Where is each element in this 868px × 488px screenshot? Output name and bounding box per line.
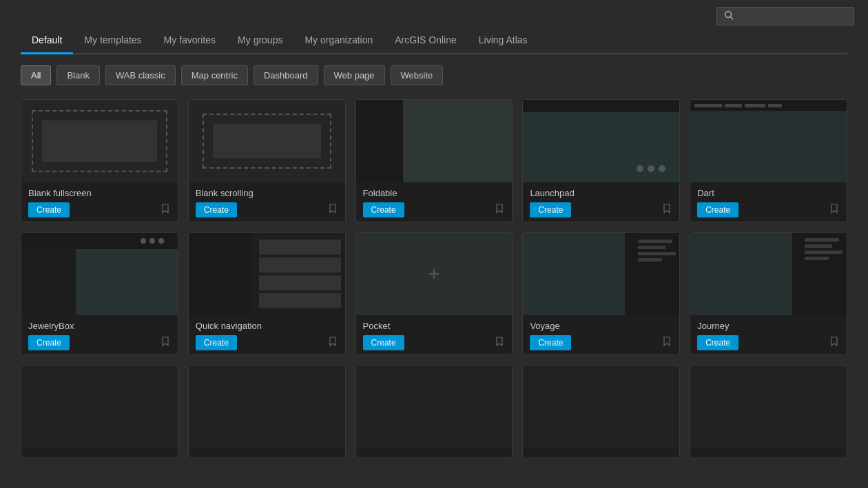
template-card-partial1	[21, 365, 178, 457]
template-thumb-blank-fullscreen	[21, 100, 178, 182]
tab-my-groups[interactable]: My groups	[227, 28, 293, 54]
template-card-journey: JourneyCreate	[690, 232, 847, 355]
template-thumb-pocket: +	[356, 233, 513, 315]
filter-btn-website[interactable]: Website	[391, 65, 444, 85]
template-info-jewelrybox: JewelryBoxCreate	[21, 315, 178, 354]
search-bar[interactable]	[716, 7, 854, 25]
template-actions-blank-fullscreen: Create	[28, 202, 171, 218]
bookmark-icon-foldable[interactable]	[494, 203, 505, 217]
template-info-voyage: VoyageCreate	[523, 315, 679, 354]
template-name-jewelrybox: JewelryBox	[28, 321, 171, 331]
tab-my-organization[interactable]: My organization	[293, 28, 384, 54]
tab-default[interactable]: Default	[21, 28, 73, 54]
template-thumb-dart	[690, 100, 847, 182]
create-btn-jewelrybox[interactable]: Create	[28, 335, 70, 350]
bookmark-icon-launchpad[interactable]	[661, 203, 672, 217]
template-info-blank-scrolling: Blank scrollingCreate	[189, 182, 345, 222]
bookmark-icon-quick-navigation[interactable]	[327, 336, 338, 350]
create-btn-blank-fullscreen[interactable]: Create	[28, 202, 70, 218]
template-name-blank-scrolling: Blank scrolling	[196, 188, 338, 198]
template-card-foldable: FoldableCreate	[355, 99, 513, 222]
create-btn-foldable[interactable]: Create	[363, 202, 404, 218]
template-name-launchpad: Launchpad	[530, 188, 672, 198]
bookmark-icon-jewelrybox[interactable]	[160, 336, 171, 350]
create-btn-quick-navigation[interactable]: Create	[196, 335, 237, 350]
template-actions-foldable: Create	[363, 202, 506, 218]
template-actions-blank-scrolling: Create	[196, 202, 338, 218]
template-card-partial3	[355, 365, 513, 457]
template-card-quick-navigation: Quick navigationCreate	[188, 232, 346, 355]
template-name-foldable: Foldable	[363, 188, 506, 198]
template-thumb-partial4	[523, 365, 679, 448]
bookmark-icon-voyage[interactable]	[661, 336, 672, 350]
bookmark-icon-pocket[interactable]	[494, 336, 505, 350]
template-info-foldable: FoldableCreate	[356, 182, 513, 222]
template-name-pocket: Pocket	[363, 321, 506, 331]
template-card-partial4	[522, 365, 680, 457]
filter-btn-dashboard[interactable]: Dashboard	[254, 65, 318, 85]
template-info-journey: JourneyCreate	[690, 315, 847, 354]
template-actions-voyage: Create	[530, 335, 672, 350]
template-actions-pocket: Create	[363, 335, 506, 350]
template-name-voyage: Voyage	[530, 321, 672, 331]
template-info-blank-fullscreen: Blank fullscreenCreate	[21, 182, 178, 222]
template-card-blank-scrolling: Blank scrollingCreate	[188, 99, 346, 222]
filter-btn-map-centric[interactable]: Map centric	[181, 65, 248, 85]
create-btn-dart[interactable]: Create	[697, 202, 738, 218]
tabs-container: DefaultMy templatesMy favoritesMy groups…	[21, 28, 847, 54]
template-actions-jewelrybox: Create	[28, 335, 171, 350]
filter-btn-wab-classic[interactable]: WAB classic	[105, 65, 176, 85]
template-info-launchpad: LaunchpadCreate	[523, 182, 679, 222]
template-grid: Blank fullscreenCreateBlank scrollingCre…	[21, 99, 847, 457]
template-thumb-jewelrybox	[21, 233, 178, 315]
template-card-voyage: VoyageCreate	[522, 232, 680, 355]
create-btn-blank-scrolling[interactable]: Create	[196, 202, 237, 218]
template-thumb-journey	[690, 233, 847, 315]
tab-my-templates[interactable]: My templates	[73, 28, 152, 54]
bookmark-icon-blank-fullscreen[interactable]	[160, 203, 171, 217]
template-thumb-partial3	[356, 365, 513, 448]
template-name-journey: Journey	[697, 321, 840, 331]
template-thumb-blank-scrolling	[189, 100, 345, 182]
template-card-pocket: +PocketCreate	[355, 232, 513, 355]
template-info-pocket: PocketCreate	[356, 315, 513, 354]
template-card-partial2	[188, 365, 346, 457]
template-thumb-partial5	[690, 365, 847, 448]
template-card-launchpad: LaunchpadCreate	[522, 99, 680, 222]
template-info-partial2	[189, 448, 345, 457]
template-thumb-partial1	[21, 365, 178, 448]
template-card-jewelrybox: JewelryBoxCreate	[21, 232, 178, 355]
bookmark-icon-dart[interactable]	[829, 203, 840, 217]
template-info-partial5	[690, 448, 847, 457]
template-thumb-partial2	[189, 365, 345, 448]
create-btn-launchpad[interactable]: Create	[530, 202, 571, 218]
tab-my-favorites[interactable]: My favorites	[153, 28, 227, 54]
tab-living-atlas[interactable]: Living Atlas	[468, 28, 539, 54]
template-info-quick-navigation: Quick navigationCreate	[189, 315, 345, 354]
template-name-blank-fullscreen: Blank fullscreen	[28, 188, 171, 198]
template-actions-launchpad: Create	[530, 202, 672, 218]
template-info-partial3	[356, 448, 513, 457]
create-btn-pocket[interactable]: Create	[363, 335, 404, 350]
template-card-dart: DartCreate	[690, 99, 847, 222]
template-actions-quick-navigation: Create	[196, 335, 338, 350]
filter-btn-all[interactable]: All	[21, 65, 51, 85]
create-btn-journey[interactable]: Create	[697, 335, 738, 350]
create-btn-voyage[interactable]: Create	[530, 335, 571, 350]
bookmark-icon-journey[interactable]	[829, 336, 840, 350]
template-info-partial1	[21, 448, 178, 457]
template-thumb-launchpad	[523, 100, 679, 182]
filter-row: AllBlankWAB classicMap centricDashboardW…	[21, 65, 847, 85]
template-actions-journey: Create	[697, 335, 840, 350]
search-input[interactable]	[738, 11, 847, 21]
tab-arcgis-online[interactable]: ArcGIS Online	[384, 28, 467, 54]
bookmark-icon-blank-scrolling[interactable]	[327, 203, 338, 217]
template-thumb-quick-navigation	[189, 233, 345, 315]
template-thumb-foldable	[356, 100, 513, 182]
filter-btn-blank[interactable]: Blank	[56, 65, 100, 85]
template-name-dart: Dart	[697, 188, 840, 198]
svg-line-1	[731, 17, 734, 20]
template-thumb-voyage	[523, 233, 679, 315]
filter-btn-web-page[interactable]: Web page	[324, 65, 385, 85]
search-icon	[724, 10, 734, 22]
